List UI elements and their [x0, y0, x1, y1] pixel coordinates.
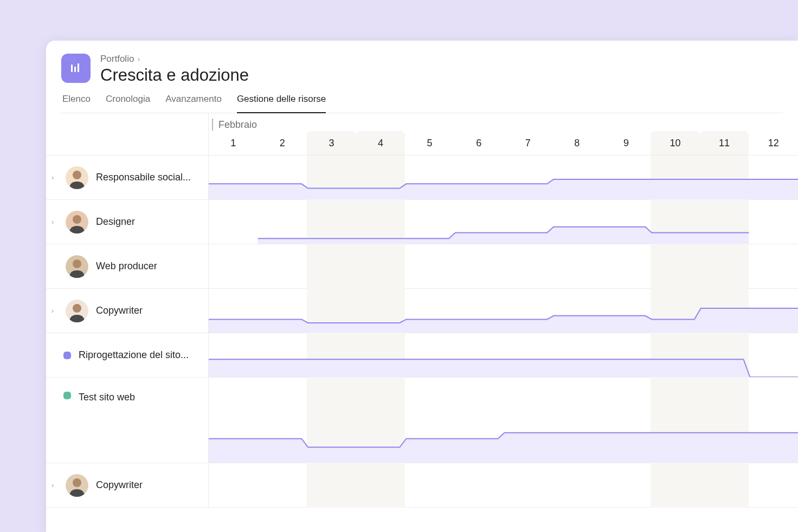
avatar	[66, 300, 88, 322]
breadcrumb-label: Portfolio	[100, 54, 134, 64]
day-cell: 4	[356, 131, 406, 155]
chevron-right-icon: ›	[137, 55, 140, 63]
month-label: Febbraio	[212, 119, 257, 131]
svg-point-12	[73, 478, 81, 487]
page-title: Crescita e adozione	[100, 66, 783, 85]
day-cell: 12	[749, 131, 798, 155]
color-dot-icon	[63, 392, 71, 399]
day-cell: 8	[552, 131, 602, 155]
workload-chart	[209, 199, 798, 244]
color-dot-icon	[63, 352, 71, 359]
row-label: Copywriter	[96, 479, 143, 491]
row-label: Web producer	[96, 261, 157, 272]
svg-rect-1	[74, 67, 76, 72]
day-cell: 7	[503, 131, 552, 155]
svg-rect-2	[78, 63, 79, 72]
svg-rect-0	[71, 64, 73, 72]
tab-gestione-delle-risorse[interactable]: Gestione delle risorse	[237, 94, 326, 113]
chevron-right-icon[interactable]: ›	[52, 307, 58, 315]
row-label: Designer	[96, 216, 135, 228]
month-marker-icon	[212, 119, 213, 131]
tab-cronologia[interactable]: Cronologia	[106, 94, 150, 113]
svg-point-6	[73, 215, 81, 224]
workload-chart	[209, 377, 798, 463]
workload-chart	[209, 288, 798, 333]
tab-elenco[interactable]: Elenco	[62, 94, 91, 113]
resource-row[interactable]: Web producer	[46, 244, 798, 289]
workload-chart	[209, 333, 798, 377]
month-text: Febbraio	[218, 119, 257, 131]
day-cell: 6	[454, 131, 504, 155]
avatar	[66, 166, 88, 189]
svg-point-10	[73, 304, 81, 313]
row-label: Responsabile social...	[96, 172, 191, 183]
timeline-header: Febbraio 123456789101112	[46, 113, 798, 155]
day-cell: 11	[700, 131, 749, 155]
day-cell: 3	[307, 131, 356, 155]
task-row[interactable]: Test sito web	[46, 378, 798, 463]
header: Portfolio › Crescita e adozione ElencoCr…	[46, 41, 798, 113]
chevron-right-icon[interactable]: ›	[52, 173, 58, 181]
avatar	[66, 211, 88, 233]
chevron-right-icon[interactable]: ›	[52, 218, 58, 226]
tab-avanzamento[interactable]: Avanzamento	[165, 94, 222, 113]
app-window: Portfolio › Crescita e adozione ElencoCr…	[46, 41, 798, 532]
day-cell: 2	[258, 131, 307, 155]
chevron-right-icon[interactable]: ›	[52, 481, 58, 489]
task-row[interactable]: Riprogettazione del sito...	[46, 333, 798, 378]
svg-point-4	[73, 171, 81, 179]
day-cell: 9	[602, 131, 651, 155]
svg-point-8	[73, 259, 81, 268]
avatar	[66, 474, 88, 497]
avatar	[66, 255, 88, 278]
workload-chart	[209, 155, 798, 199]
row-label: Riprogettazione del sito...	[79, 349, 189, 361]
breadcrumb[interactable]: Portfolio ›	[100, 54, 783, 64]
resource-row[interactable]: › Copywriter	[46, 289, 798, 333]
resource-row[interactable]: › Responsabile social...	[46, 155, 798, 200]
day-cell: 10	[651, 131, 700, 155]
resource-rows: › Responsabile social...› Designer Web p…	[46, 155, 798, 508]
day-cell: 5	[405, 131, 454, 155]
resource-row[interactable]: › Designer	[46, 200, 798, 244]
resource-row[interactable]: › Copywriter	[46, 463, 798, 508]
tabs: ElencoCronologiaAvanzamentoGestione dell…	[61, 94, 783, 113]
portfolio-folder-icon	[61, 54, 91, 83]
day-cell: 1	[209, 131, 258, 155]
row-label: Test sito web	[79, 392, 135, 403]
row-label: Copywriter	[96, 305, 143, 316]
